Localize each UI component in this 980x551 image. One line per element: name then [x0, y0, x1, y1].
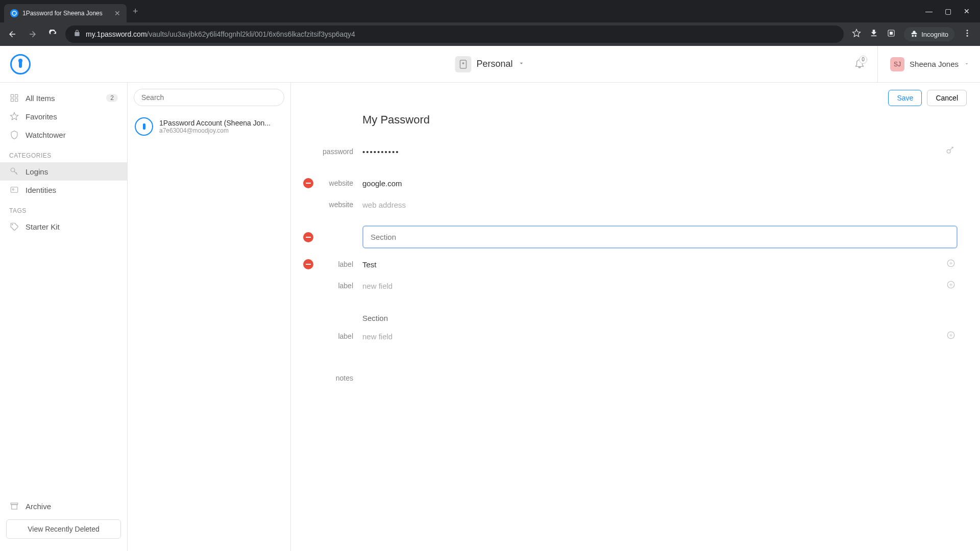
field-row-notes[interactable]: notes [313, 367, 958, 389]
svg-rect-11 [15, 99, 18, 102]
sidebar-item-label: All Items [26, 94, 55, 103]
field-placeholder[interactable]: new field [362, 279, 944, 293]
sidebar-item-label: Watchtower [26, 131, 66, 139]
maximize-icon[interactable]: ▢ [945, 7, 951, 15]
delete-section-button[interactable] [303, 232, 313, 242]
vault-selector[interactable]: Personal [455, 56, 525, 72]
field-label: label [313, 332, 362, 340]
field-value-password[interactable]: •••••••••• [362, 144, 943, 159]
close-window-icon[interactable]: ✕ [964, 7, 970, 15]
field-label: website [313, 201, 362, 209]
back-button[interactable] [4, 26, 20, 42]
key-icon [9, 166, 19, 177]
field-row-label-test[interactable]: label Test [313, 254, 958, 275]
search-input[interactable] [134, 89, 284, 106]
forward-button[interactable] [24, 26, 41, 42]
field-row-website-new[interactable]: website web address [313, 194, 958, 215]
svg-rect-9 [15, 94, 18, 97]
tab-favicon-icon [10, 9, 18, 17]
notifications-button[interactable]: 0 [854, 58, 865, 71]
new-tab-button[interactable]: + [133, 6, 138, 17]
svg-point-0 [12, 11, 16, 15]
sidebar-item-favorites[interactable]: Favorites [0, 107, 127, 126]
app-header: Personal 0 SJ Sheena Jones [0, 46, 980, 83]
svg-point-17 [947, 149, 950, 153]
section-label[interactable]: Section [362, 307, 958, 325]
item-title[interactable]: My Password [362, 113, 958, 127]
entry-subtitle: a7e63004@moodjoy.com [159, 127, 271, 134]
delete-field-button[interactable] [303, 178, 313, 188]
svg-point-14 [12, 189, 14, 190]
sidebar-item-identities[interactable]: Identities [0, 181, 127, 199]
incognito-label: Incognito [921, 31, 948, 38]
app-logo-icon[interactable] [10, 54, 31, 74]
svg-rect-13 [11, 187, 18, 193]
field-type-icon[interactable] [944, 278, 958, 293]
archive-icon [9, 501, 19, 511]
entry-icon [135, 117, 153, 136]
field-label: password [313, 147, 362, 156]
url-bar-row: my.1password.com/vaults/uu3avjbk62y6li4f… [0, 22, 980, 46]
browser-chrome: 1Password for Sheena Jones ✕ + — ▢ ✕ my.… [0, 0, 980, 46]
menu-icon[interactable] [963, 29, 972, 40]
list-item[interactable]: 1Password Account (Sheena Jon... a7e6300… [128, 112, 290, 141]
extension-icon[interactable] [887, 29, 896, 40]
field-type-icon[interactable] [944, 329, 958, 344]
user-menu[interactable]: SJ Sheena Jones [877, 46, 970, 83]
download-icon[interactable] [869, 29, 878, 40]
sidebar-item-all-items[interactable]: All Items 2 [0, 89, 127, 107]
recently-deleted-button[interactable]: View Recently Deleted [6, 519, 121, 539]
field-placeholder[interactable]: new field [362, 329, 944, 344]
field-label: website [313, 179, 362, 187]
section-name-input[interactable] [362, 226, 958, 248]
star-icon [9, 111, 19, 121]
svg-rect-10 [11, 99, 13, 102]
sidebar-section-categories: CATEGORIES [0, 144, 127, 162]
url-bar[interactable]: my.1password.com/vaults/uu3avjbk62y6li4f… [65, 26, 844, 43]
sidebar-count: 2 [106, 94, 118, 102]
cancel-button[interactable]: Cancel [927, 90, 967, 106]
field-label: label [313, 260, 362, 268]
vault-icon [455, 56, 471, 72]
sidebar-section-tags: TAGS [0, 199, 127, 217]
field-type-icon[interactable] [944, 257, 958, 272]
field-value-test[interactable]: Test [362, 257, 944, 272]
bookmark-icon[interactable] [852, 29, 861, 40]
field-row-label-new[interactable]: label new field [313, 275, 958, 296]
save-button[interactable]: Save [888, 90, 922, 106]
sidebar-item-watchtower[interactable]: Watchtower [0, 126, 127, 144]
sidebar-item-starter-kit[interactable]: Starter Kit [0, 217, 127, 236]
sidebar-item-label: Identities [26, 186, 56, 194]
sidebar-item-logins[interactable]: Logins [0, 162, 127, 181]
svg-point-4 [967, 33, 968, 34]
field-row-website[interactable]: website google.com [313, 172, 958, 194]
tab-bar: 1Password for Sheena Jones ✕ + — ▢ ✕ [0, 0, 980, 22]
notification-count: 0 [859, 56, 867, 64]
field-row-section-input [313, 226, 958, 248]
delete-field-button[interactable] [303, 259, 313, 269]
detail-pane: Save Cancel My Password password •••••••… [291, 83, 980, 551]
window-controls: — ▢ ✕ [925, 7, 976, 15]
field-value-notes[interactable] [362, 375, 958, 381]
field-row-password[interactable]: password •••••••••• [313, 141, 958, 162]
chevron-down-icon [518, 60, 525, 69]
chevron-down-icon [964, 60, 970, 69]
svg-point-5 [967, 35, 968, 37]
lock-icon [74, 30, 81, 39]
generate-password-icon[interactable] [943, 143, 958, 160]
browser-tab[interactable]: 1Password for Sheena Jones ✕ [4, 4, 127, 22]
vault-name: Personal [476, 59, 512, 69]
field-row-label-new2[interactable]: label new field [313, 325, 958, 347]
minimize-icon[interactable]: — [925, 7, 933, 15]
url-text: my.1password.com/vaults/uu3avjbk62y6li4f… [86, 30, 355, 38]
user-avatar: SJ [890, 57, 904, 71]
field-placeholder[interactable]: web address [362, 197, 958, 212]
reload-button[interactable] [45, 26, 61, 42]
item-list: 1Password Account (Sheena Jon... a7e6300… [128, 83, 291, 551]
tab-close-icon[interactable]: ✕ [114, 9, 120, 17]
sidebar-item-archive[interactable]: Archive [6, 497, 121, 515]
identity-icon [9, 185, 19, 195]
svg-point-7 [462, 62, 464, 64]
field-value-website[interactable]: google.com [362, 176, 958, 191]
incognito-badge[interactable]: Incognito [904, 27, 954, 41]
